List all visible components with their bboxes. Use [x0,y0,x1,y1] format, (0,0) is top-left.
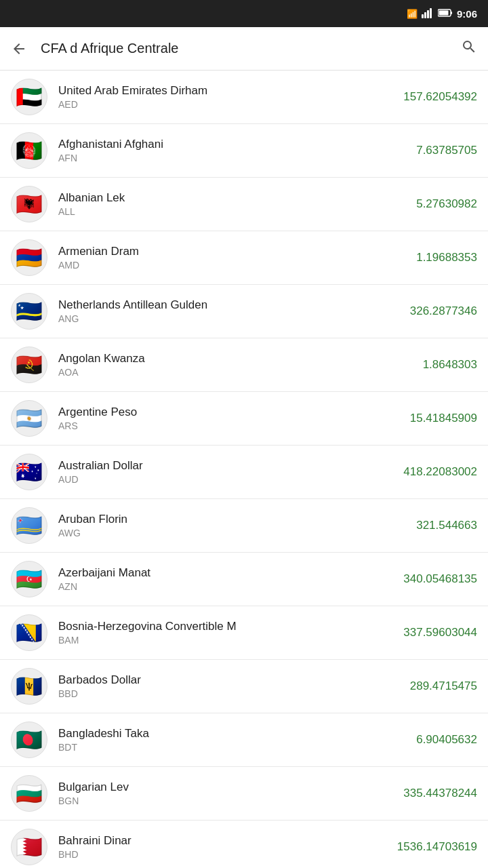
currency-code: BDT [58,742,355,753]
currency-rate: 15.41845909 [355,412,477,425]
svg-rect-0 [422,14,424,18]
currency-name: Afghanistani Afghani [58,138,355,151]
currency-code: AOA [58,367,355,378]
currency-rate: 340.05468135 [355,572,477,586]
currency-name: Australian Dollar [58,459,355,473]
svg-rect-5 [451,12,452,14]
currency-code: AFN [58,153,355,163]
flag-icon: 🇦🇫 [11,132,47,169]
currency-code: BBD [58,688,355,699]
flag-icon: 🇦🇺 [11,454,47,490]
currency-item[interactable]: 🇦🇱 Albanian Lek ALL 5.27630982 [0,178,488,231]
currency-code: AED [58,99,355,110]
currency-info: Albanian Lek ALL [58,191,355,217]
currency-code: BGN [58,795,355,806]
currency-name: Azerbaijani Manat [58,566,355,580]
currency-item[interactable]: 🇦🇺 Australian Dollar AUD 418.22083002 [0,446,488,499]
page-title: CFA d Afrique Centrale [41,41,447,56]
svg-rect-6 [439,10,448,15]
svg-rect-2 [427,10,429,18]
currency-name: Albanian Lek [58,191,355,205]
currency-rate: 289.4715475 [355,679,477,693]
currency-code: AZN [58,581,355,592]
currency-rate: 157.62054392 [355,90,477,104]
currency-code: BAM [58,635,355,646]
currency-info: Argentine Peso ARS [58,406,355,431]
currency-item[interactable]: 🇧🇭 Bahraini Dinar BHD 1536.14703619 [0,821,488,868]
currency-rate: 1.19688353 [355,251,477,264]
status-time: 9:06 [457,8,477,20]
currency-info: Aruban Florin AWG [58,513,355,538]
currency-rate: 321.544663 [355,519,477,532]
flag-icon: 🇧🇩 [11,722,47,758]
app-bar: CFA d Afrique Centrale [0,27,488,71]
currency-info: Armenian Dram AMD [58,245,355,271]
currency-name: Armenian Dram [58,245,355,258]
currency-info: Australian Dollar AUD [58,459,355,485]
currency-info: Angolan Kwanza AOA [58,352,355,378]
flag-icon: 🇧🇧 [11,668,47,705]
currency-name: Argentine Peso [58,406,355,419]
flag-icon: 🇦🇪 [11,79,47,115]
currency-info: Bahraini Dinar BHD [58,834,355,860]
currency-item[interactable]: 🇧🇦 Bosnia-Herzegovina Convertible M BAM … [0,606,488,660]
flag-icon: 🇦🇴 [11,347,47,383]
currency-item[interactable]: 🇧🇩 Bangladeshi Taka BDT 6.90405632 [0,713,488,767]
flag-icon: 🇧🇬 [11,775,47,812]
currency-item[interactable]: 🇦🇴 Angolan Kwanza AOA 1.8648303 [0,338,488,392]
currency-info: Azerbaijani Manat AZN [58,566,355,592]
search-button[interactable] [461,39,477,59]
currency-code: ALL [58,206,355,217]
currency-info: Bosnia-Herzegovina Convertible M BAM [58,620,355,646]
currency-code: ARS [58,420,355,431]
flag-icon: 🇧🇦 [11,614,47,651]
currency-info: Netherlands Antillean Gulden ANG [58,298,355,324]
currency-info: Barbados Dollar BBD [58,673,355,699]
currency-name: Bulgarian Lev [58,781,355,794]
currency-name: Bosnia-Herzegovina Convertible M [58,620,355,633]
currency-rate: 326.2877346 [355,304,477,318]
svg-rect-3 [430,8,432,18]
currency-info: Bulgarian Lev BGN [58,781,355,806]
currency-name: Barbados Dollar [58,673,355,687]
wifi-icon: 📶 [407,9,418,19]
currency-info: United Arab Emirates Dirham AED [58,84,355,110]
currency-code: AUD [58,474,355,485]
currency-item[interactable]: 🇦🇷 Argentine Peso ARS 15.41845909 [0,392,488,446]
currency-item[interactable]: 🇦🇫 Afghanistani Afghani AFN 7.63785705 [0,124,488,178]
currency-rate: 1536.14703619 [355,840,477,854]
currency-rate: 1.8648303 [355,358,477,372]
flag-icon: 🇦🇲 [11,239,47,276]
currency-item[interactable]: 🇨🇼 Netherlands Antillean Gulden ANG 326.… [0,285,488,338]
currency-name: Netherlands Antillean Gulden [58,298,355,312]
currency-name: Angolan Kwanza [58,352,355,366]
flag-icon: 🇦🇱 [11,186,47,222]
currency-info: Afghanistani Afghani AFN [58,138,355,163]
currency-rate: 335.44378244 [355,787,477,800]
status-bar: 📶 9:06 [0,0,488,27]
flag-icon: 🇨🇼 [11,293,47,330]
status-icons: 📶 9:06 [407,7,477,20]
currency-code: BHD [58,849,355,860]
currency-code: AWG [58,528,355,538]
flag-icon: 🇦🇷 [11,400,47,437]
flag-icon: 🇧🇭 [11,829,47,865]
currency-rate: 337.59603044 [355,626,477,639]
currency-name: Bangladeshi Taka [58,727,355,741]
currency-name: Bahraini Dinar [58,834,355,848]
currency-code: AMD [58,260,355,271]
currency-item[interactable]: 🇧🇬 Bulgarian Lev BGN 335.44378244 [0,767,488,821]
currency-rate: 7.63785705 [355,144,477,157]
currency-rate: 418.22083002 [355,465,477,479]
currency-item[interactable]: 🇦🇪 United Arab Emirates Dirham AED 157.6… [0,71,488,124]
currency-rate: 5.27630982 [355,197,477,211]
back-button[interactable] [11,41,27,57]
currency-item[interactable]: 🇦🇼 Aruban Florin AWG 321.544663 [0,499,488,553]
currency-item[interactable]: 🇧🇧 Barbados Dollar BBD 289.4715475 [0,660,488,713]
currency-item[interactable]: 🇦🇲 Armenian Dram AMD 1.19688353 [0,231,488,285]
currency-item[interactable]: 🇦🇿 Azerbaijani Manat AZN 340.05468135 [0,553,488,606]
signal-icon [422,7,434,20]
currency-info: Bangladeshi Taka BDT [58,727,355,753]
flag-icon: 🇦🇼 [11,507,47,544]
currency-name: Aruban Florin [58,513,355,526]
